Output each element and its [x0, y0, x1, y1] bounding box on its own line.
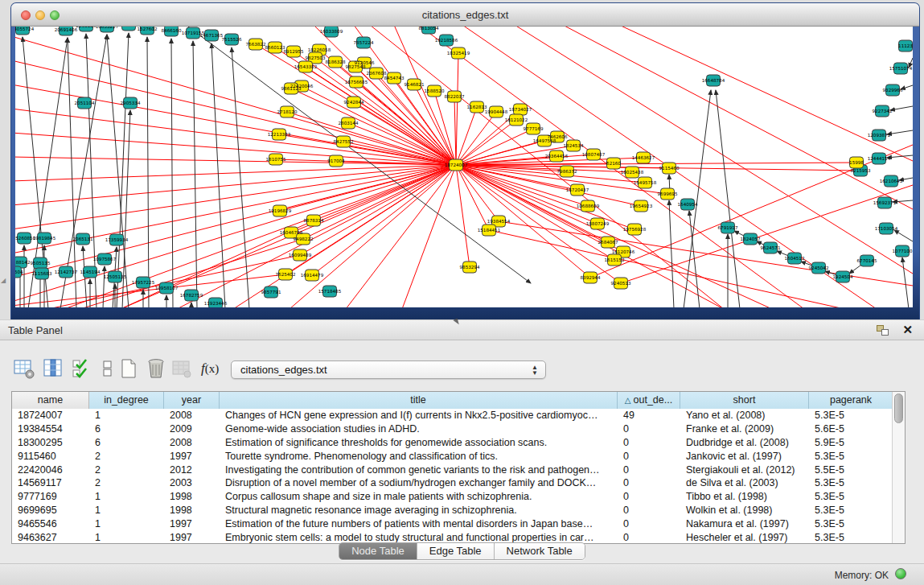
- node-label: 19384554: [487, 219, 511, 224]
- table-row[interactable]: 1872400712008Changes of HCN gene express…: [12, 409, 905, 422]
- table-row[interactable]: 977716911998Corpus callosum shape and si…: [12, 490, 905, 504]
- column-header-name[interactable]: name: [12, 392, 89, 409]
- node-label: 16120746: [612, 249, 635, 254]
- edge[interactable]: [232, 47, 249, 307]
- table-cell: 2003: [164, 476, 220, 490]
- tab-edge-table[interactable]: Edge Table: [417, 543, 495, 559]
- network-canvas[interactable]: 2405572420691406239315610653257146531215…: [15, 27, 913, 307]
- column-header-title[interactable]: title: [220, 392, 618, 409]
- edge[interactable]: [456, 112, 496, 165]
- function-builder-icon[interactable]: f(x): [201, 360, 224, 383]
- edge[interactable]: [902, 257, 909, 307]
- table-selector-dropdown[interactable]: citations_edges.txt ▲▼: [231, 360, 546, 379]
- edge[interactable]: [890, 106, 913, 110]
- node-label: 10688609: [577, 204, 600, 208]
- import-table-icon[interactable]: [170, 357, 193, 380]
- table-row[interactable]: 911546021997Tourette syndrome. Phenomeno…: [12, 450, 905, 463]
- node-label: 7515526: [222, 37, 242, 42]
- memory-ok-indicator[interactable]: [895, 568, 906, 579]
- node-label: 9505135: [31, 261, 51, 266]
- edge[interactable]: [454, 97, 456, 165]
- edge[interactable]: [15, 165, 456, 181]
- column-header-short[interactable]: short: [680, 392, 809, 409]
- float-panel-icon[interactable]: [877, 325, 889, 336]
- node-label: 15692371: [873, 200, 897, 205]
- table-cell: 5.3E-5: [809, 476, 893, 490]
- table-row[interactable]: 1830029562008Estimation of significance …: [12, 436, 905, 450]
- node-label: 12142737: [55, 270, 78, 274]
- column-header-out-de-[interactable]: △out_de...: [618, 392, 680, 409]
- table-cell: 9777169: [12, 490, 89, 504]
- edge[interactable]: [15, 109, 456, 165]
- column-header-pagerank[interactable]: pagerank: [809, 392, 893, 409]
- edge[interactable]: [456, 53, 458, 165]
- new-table-icon[interactable]: [117, 357, 140, 380]
- edge[interactable]: [489, 230, 844, 307]
- edge[interactable]: [402, 165, 456, 307]
- node-label: 9827548: [346, 64, 366, 69]
- network-window-titlebar[interactable]: citations_edges.txt: [11, 3, 919, 27]
- edge[interactable]: [171, 39, 173, 307]
- table-row[interactable]: 946554611997Estimation of the future num…: [12, 517, 905, 531]
- edge[interactable]: [147, 37, 149, 307]
- column-header-in-degree[interactable]: in_degree: [89, 392, 164, 409]
- edge[interactable]: [669, 200, 674, 307]
- node-label: 8912955: [284, 49, 304, 54]
- table-row[interactable]: 969969511998Structural magnetic resonanc…: [12, 504, 905, 517]
- table-row[interactable]: 1456911722003Disruption of a novel membe…: [12, 476, 905, 490]
- vertical-scrollbar[interactable]: [892, 392, 905, 543]
- edge[interactable]: [291, 89, 456, 165]
- node-label: 1527602: [138, 27, 158, 31]
- edge[interactable]: [456, 120, 516, 165]
- table-cell: de Silva et al. (2003): [680, 476, 809, 490]
- edge[interactable]: [456, 165, 634, 229]
- edge[interactable]: [894, 230, 913, 241]
- table-cell: Franke et al. (2009): [680, 422, 809, 436]
- edge[interactable]: [107, 35, 129, 307]
- table-cell: Dudbridge et al. (2008): [680, 436, 809, 450]
- tab-network-table[interactable]: Network Table: [495, 543, 585, 559]
- tab-node-table[interactable]: Node Table: [339, 543, 417, 559]
- table-cell: Changes of HCN gene expression and I(f) …: [220, 409, 618, 422]
- edge[interactable]: [563, 27, 913, 209]
- node-label: 8822037: [445, 94, 465, 99]
- edge[interactable]: [887, 155, 913, 158]
- citation-network-graph[interactable]: 2405572420691406239315610653257146531215…: [15, 27, 913, 307]
- node-label: 10958107: [155, 286, 179, 290]
- scrollbar-thumb[interactable]: [894, 393, 903, 423]
- show-column-icon[interactable]: [42, 357, 64, 380]
- table-cell: 5.5E-5: [809, 463, 893, 477]
- edge[interactable]: [15, 157, 456, 165]
- table-row[interactable]: 1938455462009Genome-wide association stu…: [12, 422, 905, 436]
- table-cell: Wolkin et al. (1998): [680, 504, 809, 517]
- edge[interactable]: [619, 27, 913, 161]
- table-row[interactable]: 2242004622012Investigating the contribut…: [12, 463, 905, 477]
- select-all-icon[interactable]: [71, 357, 93, 380]
- node-label: 8660123: [265, 45, 285, 50]
- table-body: 1872400712008Changes of HCN gene express…: [12, 409, 905, 544]
- close-panel-icon[interactable]: ✕: [902, 323, 913, 337]
- node-label: 9329966: [883, 88, 903, 93]
- node-label: 9861123: [281, 86, 302, 91]
- table-cell: Estimation of the future numbers of pati…: [220, 517, 618, 531]
- edge[interactable]: [302, 86, 456, 165]
- table-cell: 5.3E-5: [809, 409, 893, 422]
- node-label: 12213383: [268, 132, 291, 137]
- edge[interactable]: [456, 165, 590, 278]
- table-settings-icon[interactable]: [13, 357, 35, 380]
- edge[interactable]: [887, 130, 913, 134]
- node-label: 19218586: [435, 38, 458, 43]
- node-label: 9242844: [344, 100, 364, 105]
- node-label: 16543382: [294, 64, 317, 69]
- table-cell: 2: [89, 450, 164, 463]
- edge[interactable]: [211, 43, 225, 307]
- node-label: 10975867: [93, 257, 117, 262]
- column-header-year[interactable]: year: [164, 392, 220, 409]
- node-label: 15720437: [566, 187, 589, 192]
- rows-icon[interactable]: [97, 357, 119, 380]
- table-cell: 0: [618, 476, 680, 490]
- table-cell: 1997: [164, 450, 220, 463]
- delete-table-icon[interactable]: [145, 357, 167, 380]
- edge[interactable]: [15, 133, 456, 165]
- edge[interactable]: [456, 165, 724, 307]
